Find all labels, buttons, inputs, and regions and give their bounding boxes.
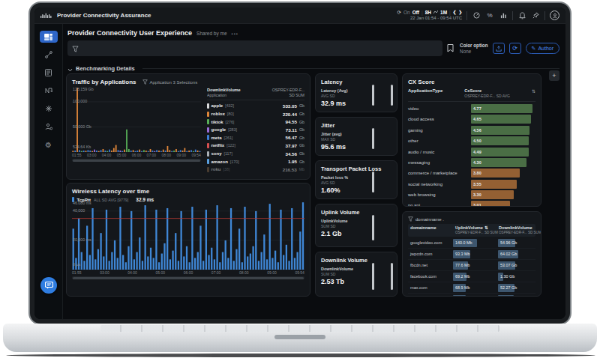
- gauge-icon[interactable]: [472, 11, 481, 20]
- sort-icon[interactable]: ⇅: [532, 88, 536, 94]
- table-row[interactable]: roblox[80]220.44Gb: [207, 110, 304, 118]
- nav-dashboards[interactable]: [40, 31, 58, 43]
- pin-icon[interactable]: [531, 11, 540, 20]
- kpi-panel-latency: LatencyLatency (Avg)AVG SD32.9 ms: [315, 73, 398, 112]
- next-range-button[interactable]: ❯: [458, 10, 462, 15]
- cx-application-label: no sni: [408, 203, 471, 207]
- traffic-chart[interactable]: 128.159 Gb 100,000 50,000 Gb 524.64 Kb 0…: [72, 88, 201, 173]
- x-tick: 03:00: [87, 153, 97, 157]
- bookmark-icon[interactable]: [447, 42, 454, 55]
- cx-row[interactable]: messaging4.30: [408, 157, 536, 168]
- wireless-legend[interactable]: TcpRtt ALL SD AVG [9779] 32.9 ms: [72, 197, 304, 202]
- kpi-gauge-bar[interactable]: [372, 263, 374, 290]
- chart-bar: [291, 208, 292, 270]
- value-unit: Gb: [299, 143, 304, 148]
- col-application[interactable]: Application: [207, 93, 241, 98]
- table-row[interactable]: netflix[122]37.97Gb: [207, 142, 304, 150]
- kpi-gauge-bar[interactable]: [391, 263, 393, 290]
- kpi-gauge-bar[interactable]: [372, 215, 374, 240]
- table-row[interactable]: max.com68.9 Mb52.27 Gb: [408, 282, 536, 294]
- cx-row[interactable]: social networking3.55: [408, 179, 536, 189]
- kpi-gauge-bar[interactable]: [372, 172, 374, 192]
- table-row[interactable]: sony[117]34.56Gb: [207, 150, 304, 158]
- chart-scrollbar[interactable]: [72, 276, 304, 279]
- value-unit: Gb: [299, 103, 304, 108]
- nav-reports[interactable]: [40, 67, 58, 79]
- table-row[interactable]: fbcdn.net77.6 Mb53.07 Gb: [408, 260, 536, 271]
- col-downlinkvolume[interactable]: DownlinkVolume: [499, 225, 536, 231]
- application-filter[interactable]: Application 3 Selections: [142, 79, 198, 85]
- cx-row[interactable]: audio / music4.49: [408, 146, 536, 157]
- help-chat-button[interactable]: [40, 277, 57, 294]
- chart-bar: [113, 148, 115, 152]
- cx-row[interactable]: other4.50: [408, 136, 536, 146]
- kpi-gauge-bar[interactable]: [372, 128, 374, 149]
- nav-flows[interactable]: [40, 85, 58, 97]
- sort-icon[interactable]: ⇅: [484, 225, 488, 231]
- add-widget-button[interactable]: +: [549, 70, 560, 81]
- filter-input[interactable]: [68, 40, 442, 56]
- table-row[interactable]: apple[432]533.05Gb: [207, 102, 304, 110]
- cx-row[interactable]: web browsing3.30: [408, 189, 536, 200]
- chart-bar: [116, 145, 117, 152]
- range-1m[interactable]: 1M: [440, 10, 447, 16]
- table-row[interactable]: googlevideo.com140.0 Mb54.96 Gb: [408, 237, 536, 249]
- notifications-bell-icon[interactable]: [518, 11, 526, 20]
- chart-bar: [236, 249, 237, 270]
- x-tick: 03:00: [100, 270, 110, 275]
- cx-score-panel: CX Score ApplicationType CxScore OSPREY-…: [402, 73, 542, 207]
- nav-settings-gear-icon[interactable]: ⚙: [40, 139, 58, 151]
- col-applicationtype[interactable]: ApplicationType: [408, 88, 442, 93]
- cx-row[interactable]: cloud access4.65: [408, 114, 536, 124]
- chart-bar: [294, 258, 296, 270]
- kpi-gauge-bar[interactable]: [372, 85, 374, 106]
- prev-range-button[interactable]: ❮: [453, 10, 457, 15]
- auto-refresh-icon[interactable]: ⟳: [398, 10, 401, 16]
- cx-row[interactable]: gaming4.56: [408, 125, 536, 136]
- more-options-icon[interactable]: •••: [232, 31, 238, 36]
- chart-bar: [74, 151, 76, 152]
- table-row[interactable]: [408, 294, 536, 297]
- col-downlinkvolume[interactable]: DownlinkVolume: [207, 88, 241, 93]
- author-mode-button[interactable]: ✎ Author: [526, 43, 560, 54]
- chart-bar: [154, 151, 155, 152]
- time-range-control[interactable]: ⟳ On Off | 8H 1M | ❮ ❯ 22 Jan 01:54 - 09…: [398, 10, 462, 22]
- cx-row[interactable]: no sni3.01: [408, 200, 536, 207]
- col-domainname[interactable]: domainname: [410, 225, 451, 231]
- table-row[interactable]: facebook.com69.2 Mb1.30 Gb: [408, 271, 536, 282]
- table-row[interactable]: google[283]73.11Gb: [207, 126, 304, 134]
- nav-integrations[interactable]: [40, 103, 58, 115]
- domainname-filter[interactable]: domainname .: [408, 216, 536, 222]
- toggle-on[interactable]: On: [404, 10, 410, 16]
- cx-row[interactable]: video4.77: [408, 103, 536, 114]
- kpi-title: Latency: [321, 79, 392, 85]
- chart-scrollbar[interactable]: [72, 159, 201, 162]
- nav-topology[interactable]: [40, 49, 58, 61]
- toggle-off[interactable]: Off: [412, 10, 419, 16]
- kpi-gauge-bar[interactable]: [391, 85, 393, 106]
- benchmarking-section-toggle[interactable]: Benchmarking Details: [63, 56, 566, 75]
- range-8h[interactable]: 8H: [425, 10, 431, 16]
- col-cxscore[interactable]: CxScore: [464, 88, 510, 94]
- percent-metrics-icon[interactable]: %: [485, 11, 494, 20]
- wireless-chart[interactable]: 46.080 ms 40,000 20,000 ms 0 μs 01:5503:…: [72, 202, 304, 279]
- chart-bar: [111, 252, 112, 270]
- user-avatar[interactable]: [550, 10, 560, 20]
- kpi-metric-label: UplinkVolume: [321, 219, 392, 223]
- export-button[interactable]: [493, 43, 505, 54]
- chart-bar: [183, 256, 184, 270]
- cx-row[interactable]: commerce / marketplace3.80: [408, 168, 536, 178]
- table-row[interactable]: roku[38]216.53Mb: [207, 166, 304, 174]
- refresh-button[interactable]: ⟳: [509, 43, 521, 54]
- bar-chart-icon[interactable]: [499, 11, 508, 20]
- table-row[interactable]: tiktok[276]94.55Gb: [207, 118, 304, 126]
- table-row[interactable]: amazon[170]1.95Gb: [207, 157, 304, 166]
- x-tick: 08:00: [162, 153, 172, 157]
- color-option-control[interactable]: Color option None: [460, 43, 488, 55]
- uplink-value: 68.9 Mb: [455, 285, 470, 290]
- table-row[interactable]: meta[261]56.47Gb: [207, 134, 304, 142]
- downlink-cell: 52.27 Gb: [498, 284, 542, 292]
- table-row[interactable]: jwpcdn.com93.3 Mb64.02 Gb: [408, 249, 536, 260]
- nav-user-management[interactable]: [40, 121, 58, 133]
- col-uplinkvolume[interactable]: UplinkVolume: [455, 225, 483, 231]
